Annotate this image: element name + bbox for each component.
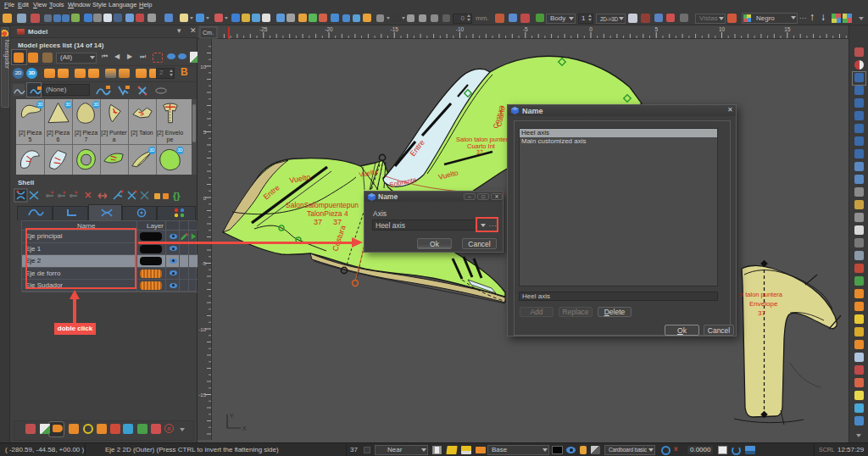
svg-text:37: 37 (476, 149, 483, 155)
svg-text:-10: -10 (198, 327, 206, 332)
svg-text:5: 5 (654, 26, 658, 32)
svg-text:-15: -15 (390, 26, 398, 32)
svg-text:-15: -15 (198, 392, 206, 398)
svg-text:15: 15 (784, 26, 791, 32)
svg-text:{}: {} (173, 191, 181, 201)
svg-text:n talon puntera: n talon puntera (740, 291, 783, 298)
svg-text:Envelope: Envelope (749, 300, 778, 308)
svg-text:-10: -10 (456, 26, 465, 32)
svg-text:-20: -20 (325, 26, 333, 32)
svg-text:10: 10 (200, 64, 206, 70)
svg-text:-5: -5 (523, 26, 528, 32)
svg-text:-25: -25 (259, 26, 268, 32)
svg-text:-5: -5 (202, 261, 207, 266)
svg-text:X: X (242, 425, 247, 431)
svg-text:TalonPieza 4: TalonPieza 4 (307, 209, 348, 218)
svg-text:37: 37 (758, 309, 765, 317)
svg-text:Cm.: Cm. (203, 30, 214, 36)
svg-text:0: 0 (589, 26, 593, 32)
svg-text:Y: Y (230, 413, 234, 419)
svg-text:SalonSalompuentepun: SalonSalompuentepun (286, 201, 359, 209)
svg-text:37: 37 (314, 218, 322, 226)
svg-text:10: 10 (719, 26, 726, 32)
